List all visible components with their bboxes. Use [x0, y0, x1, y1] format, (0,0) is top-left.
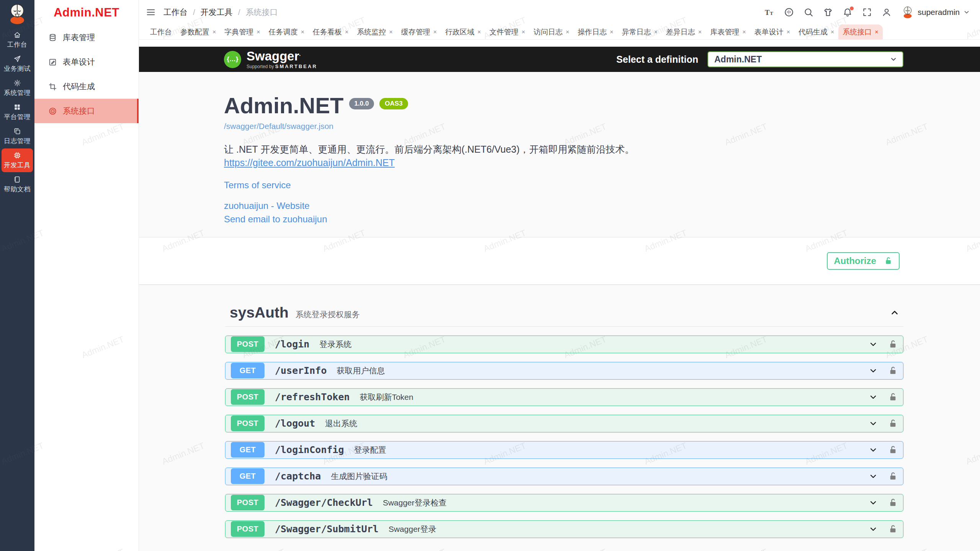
op-row-/login[interactable]: POST/login登录系统: [225, 336, 903, 353]
app-logo[interactable]: [7, 0, 28, 28]
close-icon[interactable]: ×: [433, 29, 437, 35]
close-icon[interactable]: ×: [698, 29, 702, 35]
tab-1[interactable]: 参数配置×: [176, 24, 220, 39]
tab-11[interactable]: 异常日志×: [617, 24, 662, 39]
tab-3[interactable]: 任务调度×: [265, 24, 309, 39]
close-icon[interactable]: ×: [654, 29, 657, 35]
method-badge: POST: [231, 416, 265, 431]
collapse-menu-icon[interactable]: [146, 7, 156, 17]
tab-7[interactable]: 行政区域×: [441, 24, 485, 39]
tab-9[interactable]: 访问日志×: [529, 24, 573, 39]
op-path: /loginConfig: [275, 444, 344, 455]
profile-icon[interactable]: [882, 7, 892, 17]
user-name: superadmin: [918, 8, 960, 17]
op-row-/logout[interactable]: POST/logout退出系统: [225, 415, 903, 432]
op-row-/captcha[interactable]: GET/captcha生成图片验证码: [225, 468, 903, 485]
fullscreen-icon[interactable]: [862, 7, 872, 17]
authorize-button[interactable]: Authorize: [827, 252, 900, 270]
tab-14[interactable]: 表单设计×: [750, 24, 794, 39]
notification-icon[interactable]: [843, 7, 853, 17]
user-chevron-down-icon: [963, 9, 970, 16]
rail-item-4[interactable]: 日志管理: [2, 124, 33, 148]
tab-10[interactable]: 操作日志×: [573, 24, 617, 39]
rail-item-6[interactable]: 帮助文档: [2, 173, 33, 196]
tab-label: 系统监控: [357, 27, 386, 37]
sidebar-item-2[interactable]: 代码生成: [34, 74, 139, 99]
rail-item-label: 帮助文档: [4, 185, 31, 194]
tab-16[interactable]: 系统接口×: [838, 24, 882, 39]
rail-item-3[interactable]: 平台管理: [2, 100, 33, 124]
theme-icon[interactable]: [823, 7, 833, 17]
op-path: /Swagger/CheckUrl: [275, 497, 373, 508]
op-row-/Swagger/CheckUrl[interactable]: POST/Swagger/CheckUrlSwagger登录检查: [225, 494, 903, 512]
close-icon[interactable]: ×: [786, 29, 790, 35]
spec-url-link[interactable]: /swagger/Default/swagger.json: [224, 122, 333, 131]
contact-email-link[interactable]: Send email to zuohuaijun: [224, 214, 903, 225]
sidebar-item-3[interactable]: 系统接口: [34, 99, 139, 123]
close-icon[interactable]: ×: [610, 29, 613, 35]
auth-lock-icon: [888, 366, 898, 375]
expand-operation-icon: [869, 366, 878, 375]
rail-item-1[interactable]: 业务测试: [2, 52, 33, 76]
contact-website-link[interactable]: zuohuaijun - Website: [224, 201, 903, 211]
terms-of-service-link[interactable]: Terms of service: [224, 180, 903, 191]
close-icon[interactable]: ×: [742, 29, 746, 35]
rail-item-label: 开发工具: [4, 161, 31, 170]
tab-6[interactable]: 缓存管理×: [397, 24, 441, 39]
close-icon[interactable]: ×: [521, 29, 525, 35]
tab-5[interactable]: 系统监控×: [353, 24, 397, 39]
op-row-/userInfo[interactable]: GET/userInfo获取用户信息: [225, 362, 903, 380]
close-icon[interactable]: ×: [389, 29, 392, 35]
op-row-/loginConfig[interactable]: GET/loginConfig登录配置: [225, 441, 903, 459]
method-badge: POST: [231, 389, 265, 405]
close-icon[interactable]: ×: [831, 29, 834, 35]
sidebar-item-0[interactable]: 库表管理: [34, 25, 139, 50]
close-icon[interactable]: ×: [875, 29, 878, 35]
form-icon: [48, 58, 57, 67]
font-size-icon[interactable]: TT: [764, 7, 774, 17]
tab-label: 字典管理: [224, 27, 253, 37]
auth-lock-icon: [888, 498, 898, 507]
operations-list: sysAuth系统登录授权服务POST/login登录系统GET/userInf…: [139, 284, 980, 551]
sidebar-item-1[interactable]: 表单设计: [34, 50, 139, 74]
close-icon[interactable]: ×: [345, 29, 348, 35]
cpu-icon: [13, 152, 21, 159]
expand-operation-icon: [869, 445, 878, 455]
breadcrumb-item-0[interactable]: 工作台: [163, 7, 188, 18]
close-icon[interactable]: ×: [256, 29, 260, 35]
tab-8[interactable]: 文件管理×: [485, 24, 529, 39]
auth-lock-icon: [888, 445, 898, 455]
close-icon[interactable]: ×: [212, 29, 216, 35]
rail-item-0[interactable]: 工作台: [2, 28, 33, 52]
breadcrumb-item-1[interactable]: 开发工具: [201, 7, 233, 18]
tab-label: 差异日志: [666, 27, 695, 37]
op-row-/refreshToken[interactable]: POST/refreshToken获取刷新Token: [225, 388, 903, 406]
tab-13[interactable]: 库表管理×: [706, 24, 750, 39]
tab-0[interactable]: 工作台: [146, 24, 176, 39]
close-icon[interactable]: ×: [301, 29, 304, 35]
repo-link[interactable]: https://gitee.com/zuohuaijun/Admin.NET: [224, 157, 395, 168]
section-header-sysAuth[interactable]: sysAuth系统登录授权服务: [225, 300, 903, 327]
definition-select[interactable]: Admin.NET: [707, 51, 903, 67]
tab-label: 系统接口: [843, 27, 872, 37]
svg-text:中: 中: [787, 10, 791, 15]
search-icon[interactable]: [804, 7, 813, 17]
close-icon[interactable]: ×: [477, 29, 481, 35]
language-icon[interactable]: 中: [784, 7, 794, 17]
api-section-sysAuth: sysAuth系统登录授权服务POST/login登录系统GET/userInf…: [225, 300, 903, 538]
auth-lock-icon: [888, 339, 898, 349]
user-menu[interactable]: superadmin: [901, 6, 970, 19]
tab-12[interactable]: 差异日志×: [662, 24, 706, 39]
rail-item-5[interactable]: 开发工具: [2, 148, 33, 172]
close-icon[interactable]: ×: [566, 29, 569, 35]
rail-item-2[interactable]: 系统管理: [2, 76, 33, 100]
page-content: {…} Swagger. Supported by SMARTBEAR Sele…: [139, 40, 980, 551]
home-icon: [13, 31, 21, 39]
tab-15[interactable]: 代码生成×: [794, 24, 838, 39]
code-icon: [48, 82, 57, 91]
tab-2[interactable]: 字典管理×: [220, 24, 264, 39]
tab-4[interactable]: 任务看板×: [309, 24, 353, 39]
expand-operation-icon: [869, 419, 878, 428]
op-row-/Swagger/SubmitUrl[interactable]: POST/Swagger/SubmitUrlSwagger登录: [225, 520, 903, 538]
send-icon: [13, 55, 21, 63]
